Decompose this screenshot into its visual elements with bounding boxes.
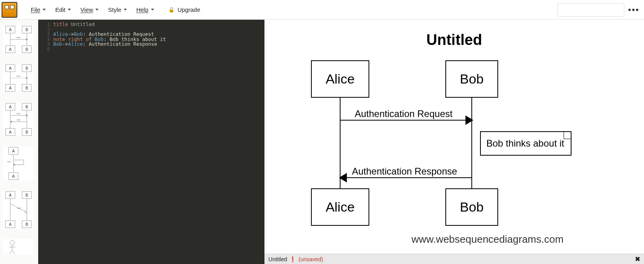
message-1-line — [340, 120, 468, 121]
code-content[interactable]: title Untitled Alice->Bob: Authenticatio… — [52, 20, 264, 264]
svg-text:A: A — [9, 28, 12, 32]
status-unsaved: (unsaved) — [298, 256, 323, 262]
code-editor[interactable]: 1 2 3 4 5 6 title Untitled Alice->Bob: A… — [38, 20, 264, 264]
svg-text:A: A — [9, 193, 12, 197]
svg-text:A: A — [9, 86, 12, 90]
more-menu-button[interactable]: ••• — [626, 2, 642, 18]
svg-text:text: text — [7, 160, 11, 163]
menu-view[interactable]: View — [76, 3, 103, 16]
alert-icon: ❗ — [289, 256, 296, 262]
svg-text:A: A — [9, 222, 12, 227]
diagram-preview: Untitled Alice Bob Authentication Reques… — [264, 20, 644, 264]
svg-text:A: A — [9, 130, 12, 134]
arrow-left-icon — [339, 173, 347, 182]
snippet-open-arrow[interactable]: A B text A B — [3, 191, 34, 229]
svg-text:B: B — [26, 130, 28, 134]
svg-text:text: text — [17, 75, 20, 77]
svg-text:B: B — [26, 28, 28, 32]
svg-line-68 — [12, 251, 15, 254]
svg-text:B: B — [26, 86, 28, 90]
diagram-title: Untitled — [264, 32, 644, 48]
chevron-down-icon — [124, 9, 127, 11]
status-filename: Untitled — [268, 256, 287, 262]
message-2-line — [343, 177, 472, 178]
snippet-palette: A B text A B A B text A B A — [0, 20, 38, 264]
svg-point-64 — [10, 240, 15, 245]
svg-text:B: B — [26, 193, 28, 197]
title-input[interactable] — [557, 3, 624, 17]
svg-text:B: B — [26, 47, 28, 52]
upgrade-button[interactable]: 🔒 Upgrade — [168, 6, 201, 13]
message-1-label: Authentication Request — [355, 108, 452, 119]
app-logo[interactable] — [2, 2, 17, 18]
svg-text:B: B — [26, 222, 28, 227]
snippet-dashed-arrow[interactable]: A B text A B — [3, 64, 34, 92]
actor-bob-bottom: Bob — [445, 188, 498, 226]
svg-text:B: B — [26, 66, 28, 71]
actor-alice-top: Alice — [311, 60, 369, 98]
menu-help[interactable]: Help — [132, 3, 159, 16]
status-bar: Untitled ❗ (unsaved) ✖ — [264, 254, 644, 264]
snippet-double-arrow[interactable]: A B text text A B — [3, 102, 34, 136]
snippet-solid-arrow[interactable]: A B text A B — [3, 25, 34, 54]
chevron-down-icon — [95, 9, 99, 11]
note-box: Bob thinks about it — [480, 131, 571, 156]
svg-text:A: A — [12, 149, 15, 153]
actor-bob-top: Bob — [445, 60, 498, 98]
close-status-button[interactable]: ✖ — [635, 255, 640, 263]
lifeline-bob — [471, 98, 472, 188]
svg-line-67 — [9, 251, 12, 254]
lock-icon: 🔒 — [168, 7, 175, 13]
chevron-down-icon — [43, 9, 46, 11]
message-2-label: Authentication Response — [352, 166, 457, 177]
watermark: www.websequencediagrams.com — [411, 233, 564, 245]
svg-text:A: A — [9, 105, 12, 109]
chevron-down-icon — [68, 9, 71, 11]
svg-text:A: A — [9, 66, 12, 71]
line-gutter: 1 2 3 4 5 6 — [38, 20, 52, 264]
svg-text:text: text — [17, 36, 20, 39]
arrow-right-icon — [465, 115, 473, 125]
chevron-down-icon — [151, 9, 154, 11]
svg-text:text: text — [17, 119, 20, 121]
svg-text:A: A — [12, 174, 15, 178]
svg-text:A: A — [9, 47, 12, 52]
menu-file[interactable]: File — [26, 3, 50, 16]
menu-edit[interactable]: Edit — [50, 3, 76, 16]
snippet-participant[interactable] — [3, 239, 34, 255]
svg-text:text: text — [17, 112, 20, 115]
snippet-self-message[interactable]: A text A — [3, 147, 34, 180]
menu-style[interactable]: Style — [103, 3, 131, 16]
svg-line-59 — [10, 204, 27, 212]
menubar: File Edit View Style Help 🔒 Upgrade ••• — [0, 0, 644, 20]
svg-text:B: B — [26, 105, 28, 109]
actor-alice-bottom: Alice — [311, 188, 369, 226]
